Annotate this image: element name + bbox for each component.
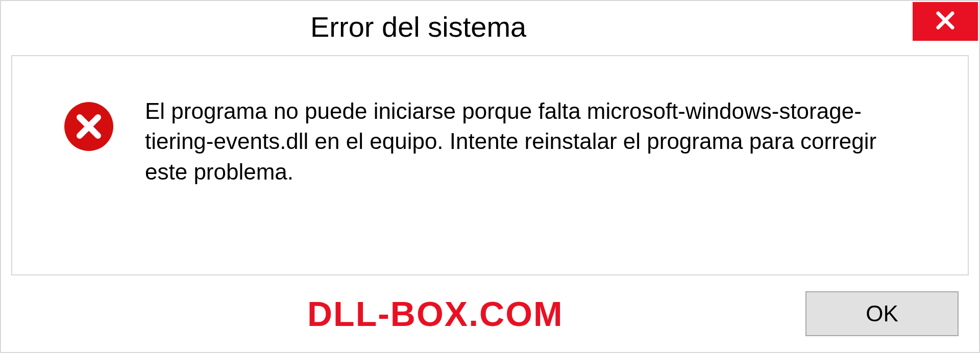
- error-dialog: Error del sistema El programa no puede i…: [0, 0, 980, 353]
- ok-button[interactable]: OK: [805, 291, 959, 336]
- close-button[interactable]: [913, 2, 978, 41]
- content-area: El programa no puede iniciarse porque fa…: [11, 55, 969, 275]
- titlebar: Error del sistema: [1, 1, 979, 48]
- dialog-footer: DLL-BOX.COM OK: [1, 275, 979, 352]
- close-icon: [933, 8, 958, 35]
- error-message: El programa no puede iniciarse porque fa…: [145, 96, 937, 187]
- watermark-text: DLL-BOX.COM: [1, 294, 564, 334]
- dialog-title: Error del sistema: [1, 1, 526, 43]
- error-icon: [63, 101, 114, 152]
